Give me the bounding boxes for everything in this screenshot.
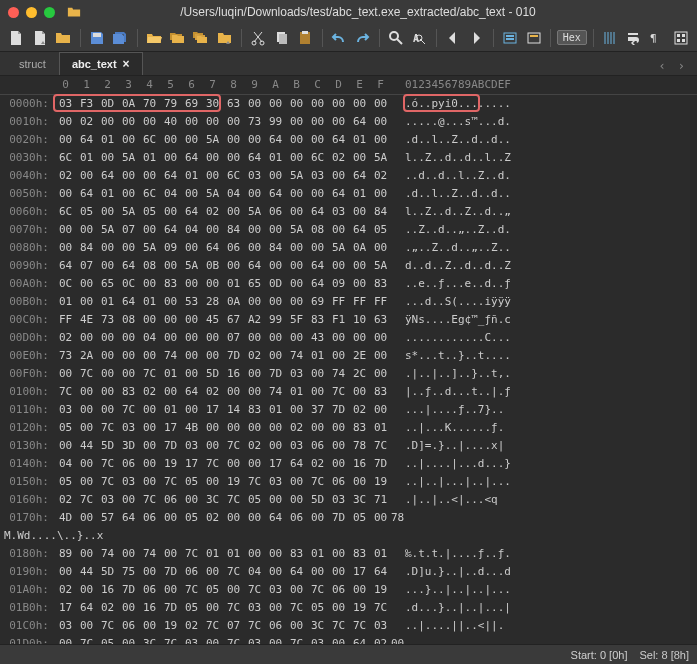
hex-byte[interactable]: 03 (118, 419, 139, 437)
hex-byte[interactable]: 00 (76, 473, 97, 491)
hex-byte[interactable]: 00 (391, 635, 401, 644)
hex-byte[interactable]: 00 (76, 617, 97, 635)
hex-byte[interactable]: 00 (181, 275, 202, 293)
hex-byte[interactable]: 00 (118, 239, 139, 257)
hex-byte[interactable]: 00 (265, 329, 286, 347)
find-text-button[interactable]: A (409, 27, 430, 49)
hex-row[interactable]: 0170h:4D0057640600050200006406007D050078… (0, 509, 697, 545)
hex-byte[interactable]: 00 (286, 113, 307, 131)
hex-byte[interactable]: 00 (286, 617, 307, 635)
zoom-window-button[interactable] (44, 7, 55, 18)
hex-row[interactable]: 0050h:006401006C04005A0400640000640100.d… (0, 185, 697, 203)
hex-byte[interactable]: 03 (181, 437, 202, 455)
hex-byte[interactable]: 00 (349, 581, 370, 599)
hex-byte[interactable]: 00 (286, 401, 307, 419)
hex-row[interactable]: 0020h:006401006C00005A0000640000640100.d… (0, 131, 697, 149)
hex-byte[interactable]: 00 (118, 131, 139, 149)
hex-byte[interactable]: 64 (307, 257, 328, 275)
hex-byte[interactable]: 84 (223, 221, 244, 239)
hex-byte[interactable]: 05 (181, 509, 202, 527)
hex-byte[interactable]: 00 (286, 239, 307, 257)
hex-row[interactable]: 01C0h:03007C060019027C077C06003C7C7C03..… (0, 617, 697, 635)
hex-byte[interactable]: 00 (244, 545, 265, 563)
hex-byte[interactable]: 01 (76, 149, 97, 167)
hex-byte[interactable]: 00 (55, 563, 76, 581)
hex-byte[interactable]: 5A (286, 221, 307, 239)
hex-byte[interactable]: 03 (244, 599, 265, 617)
hex-byte[interactable]: 00 (118, 635, 139, 644)
hex-byte[interactable]: 02 (76, 113, 97, 131)
hex-byte[interactable]: 64 (244, 149, 265, 167)
hex-byte[interactable]: 00 (223, 149, 244, 167)
hex-byte[interactable]: 00 (286, 257, 307, 275)
hex-row[interactable]: 0130h:00445D3D007D03007C0200030600787C.D… (0, 437, 697, 455)
hex-byte[interactable]: 06 (118, 617, 139, 635)
hex-byte[interactable]: 2E (349, 347, 370, 365)
hex-row[interactable]: 0190h:00445D75007D06007C04006400001764.D… (0, 563, 697, 581)
hex-byte[interactable]: 3D (118, 437, 139, 455)
hex-byte[interactable]: FF (55, 311, 76, 329)
hex-byte[interactable]: 06 (307, 437, 328, 455)
hex-byte[interactable]: 64 (265, 131, 286, 149)
hex-byte[interactable]: 04 (181, 221, 202, 239)
ascii-cell[interactable]: ..|..|...|..|... (401, 473, 551, 491)
hex-byte[interactable]: 00 (181, 365, 202, 383)
hex-byte[interactable]: 01 (349, 131, 370, 149)
ascii-cell[interactable]: .d..l..Z..d..d.. (401, 131, 551, 149)
hex-byte[interactable]: 5D (202, 365, 223, 383)
hex-byte[interactable]: 64 (265, 185, 286, 203)
hex-byte[interactable]: 00 (97, 365, 118, 383)
hex-byte[interactable]: 00 (76, 545, 97, 563)
view-mode-hex[interactable]: Hex (557, 30, 587, 45)
endian-button[interactable]: ¶ (647, 27, 668, 49)
hex-byte[interactable]: 02 (55, 581, 76, 599)
hex-byte[interactable]: 64 (307, 275, 328, 293)
hex-byte[interactable]: 7C (181, 545, 202, 563)
hex-byte[interactable]: 00 (328, 95, 349, 113)
hex-byte[interactable]: 00 (349, 149, 370, 167)
hex-byte[interactable]: 00 (139, 437, 160, 455)
hex-byte[interactable]: 57 (97, 509, 118, 527)
hex-byte[interactable]: 07 (76, 257, 97, 275)
hex-byte[interactable]: 7C (244, 473, 265, 491)
hex-byte[interactable]: 64 (349, 113, 370, 131)
hex-byte[interactable]: 00 (76, 581, 97, 599)
hex-byte[interactable]: 02 (55, 167, 76, 185)
hex-byte[interactable]: 7C (223, 491, 244, 509)
hex-byte[interactable]: 03 (286, 437, 307, 455)
hex-byte[interactable]: 00 (286, 95, 307, 113)
hex-byte[interactable]: 7C (97, 617, 118, 635)
hex-byte[interactable]: 00 (97, 257, 118, 275)
hex-byte[interactable]: 83 (160, 275, 181, 293)
hex-byte[interactable]: 05 (55, 473, 76, 491)
hex-byte[interactable]: 7C (139, 491, 160, 509)
hex-byte[interactable]: 7C (202, 617, 223, 635)
find-button[interactable] (386, 27, 407, 49)
hex-byte[interactable]: 16 (97, 581, 118, 599)
hex-byte[interactable]: 7D (160, 437, 181, 455)
open-folder-multi-button[interactable] (191, 27, 212, 49)
hex-byte[interactable]: 06 (118, 455, 139, 473)
hex-byte[interactable]: 00 (181, 347, 202, 365)
hex-byte[interactable]: 00 (139, 473, 160, 491)
hex-byte[interactable]: 19 (160, 455, 181, 473)
hex-byte[interactable]: 00 (244, 509, 265, 527)
hex-byte[interactable]: 00 (370, 347, 391, 365)
hex-byte[interactable]: 83 (118, 383, 139, 401)
hex-byte[interactable]: 00 (181, 329, 202, 347)
hex-byte[interactable]: 64 (265, 509, 286, 527)
hex-byte[interactable]: 00 (118, 113, 139, 131)
hex-byte[interactable]: 00 (160, 131, 181, 149)
hex-byte[interactable]: 05 (307, 599, 328, 617)
hex-byte[interactable]: 08 (139, 257, 160, 275)
hex-byte[interactable]: 65 (97, 275, 118, 293)
hex-byte[interactable]: 7C (286, 599, 307, 617)
hex-byte[interactable]: 00 (328, 329, 349, 347)
highlight-button[interactable] (523, 27, 544, 49)
hex-byte[interactable]: 00 (370, 131, 391, 149)
hex-byte[interactable]: 7C (328, 383, 349, 401)
hex-byte[interactable]: 00 (265, 599, 286, 617)
hex-byte[interactable]: 00 (307, 239, 328, 257)
hex-byte[interactable]: 00 (349, 275, 370, 293)
hex-byte[interactable]: 00 (118, 167, 139, 185)
